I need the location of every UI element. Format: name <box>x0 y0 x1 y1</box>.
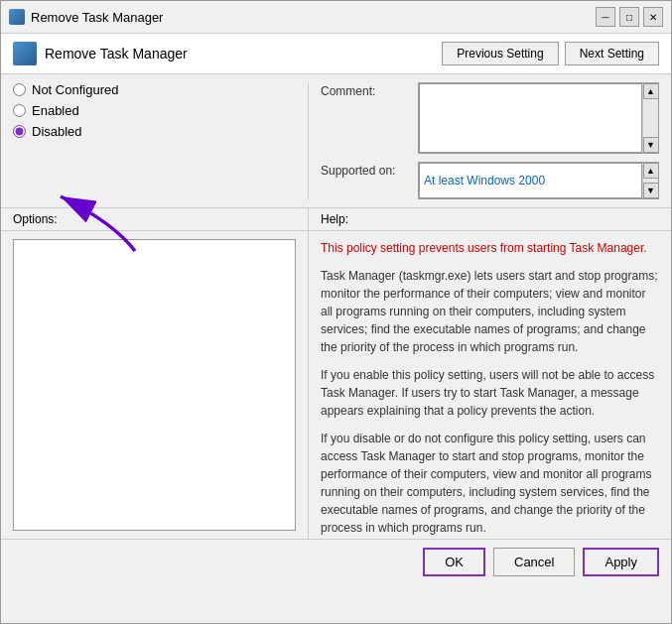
header-title-text: Remove Task Manager <box>45 46 188 62</box>
previous-setting-button[interactable]: Previous Setting <box>442 42 558 65</box>
enabled-option[interactable]: Enabled <box>13 103 296 118</box>
section-labels-row: Options: Help: <box>1 208 671 231</box>
next-setting-button[interactable]: Next Setting <box>565 42 659 65</box>
options-section-label: Options: <box>1 208 309 230</box>
radio-panel: Not Configured Enabled Disabled <box>1 82 309 199</box>
comment-supported-panel: Comment: ▲ ▼ Supported on: <box>309 82 671 199</box>
supported-scrollbar: ▲ ▼ <box>642 163 658 198</box>
comment-row: Comment: ▲ ▼ <box>321 82 659 154</box>
help-para-3: If you enable this policy setting, users… <box>321 366 659 420</box>
disabled-option[interactable]: Disabled <box>13 124 296 139</box>
apply-button[interactable]: Apply <box>583 548 659 576</box>
title-bar-text: Remove Task Manager <box>31 10 163 25</box>
disabled-label: Disabled <box>32 124 82 139</box>
minimize-button[interactable]: ─ <box>596 7 615 27</box>
not-configured-option[interactable]: Not Configured <box>13 82 296 97</box>
not-configured-label: Not Configured <box>32 82 118 97</box>
header-bar: Remove Task Manager Previous Setting Nex… <box>1 34 671 74</box>
cancel-button[interactable]: Cancel <box>493 548 575 576</box>
scroll-down-arrow[interactable]: ▼ <box>643 137 659 153</box>
enabled-label: Enabled <box>32 103 79 118</box>
title-bar-controls: ─ □ ✕ <box>596 7 663 27</box>
radio-group: Not Configured Enabled Disabled <box>13 82 296 139</box>
ok-button[interactable]: OK <box>423 548 485 576</box>
supported-value: At least Windows 2000 <box>419 163 642 198</box>
lower-panels: This policy setting prevents users from … <box>1 231 671 539</box>
comment-scroll-wrapper: ▲ ▼ <box>418 82 659 154</box>
enabled-radio[interactable] <box>13 104 26 117</box>
header-title: Remove Task Manager <box>13 42 188 65</box>
supported-scroll-down[interactable]: ▼ <box>643 183 659 198</box>
maximize-button[interactable]: □ <box>619 7 639 27</box>
scroll-up-arrow[interactable]: ▲ <box>643 83 659 99</box>
supported-scroll-up[interactable]: ▲ <box>643 163 659 179</box>
title-bar-left: Remove Task Manager <box>9 9 163 25</box>
footer: OK Cancel Apply <box>1 539 671 584</box>
supported-field-box: At least Windows 2000 ▲ ▼ <box>418 162 659 199</box>
comment-scrollbar: ▲ ▼ <box>642 83 658 153</box>
help-para-1: This policy setting prevents users from … <box>321 239 659 257</box>
supported-label: Supported on: <box>321 162 410 178</box>
not-configured-radio[interactable] <box>13 83 26 96</box>
title-bar: Remove Task Manager ─ □ ✕ <box>1 1 671 34</box>
comment-label: Comment: <box>321 82 410 98</box>
comment-field-box: ▲ ▼ <box>418 82 659 154</box>
main-window: Remove Task Manager ─ □ ✕ Remove Task Ma… <box>0 0 672 624</box>
help-panel: This policy setting prevents users from … <box>309 231 671 539</box>
close-button[interactable]: ✕ <box>643 7 663 27</box>
scroll-track <box>643 99 658 137</box>
upper-section: Not Configured Enabled Disabled <box>1 74 671 208</box>
supported-scroll-wrapper: At least Windows 2000 ▲ ▼ <box>418 162 659 199</box>
help-para-2: Task Manager (taskmgr.exe) lets users st… <box>321 267 659 356</box>
disabled-radio[interactable] <box>13 125 26 138</box>
options-panel <box>1 231 309 539</box>
comment-textarea[interactable] <box>419 83 642 153</box>
options-box <box>13 239 296 531</box>
header-icon <box>13 42 37 65</box>
header-buttons: Previous Setting Next Setting <box>442 42 659 65</box>
help-section-label: Help: <box>309 208 671 230</box>
help-para-4: If you disable or do not configure this … <box>321 430 659 537</box>
supported-row: Supported on: At least Windows 2000 ▲ ▼ <box>321 162 659 199</box>
window-icon <box>9 9 25 25</box>
